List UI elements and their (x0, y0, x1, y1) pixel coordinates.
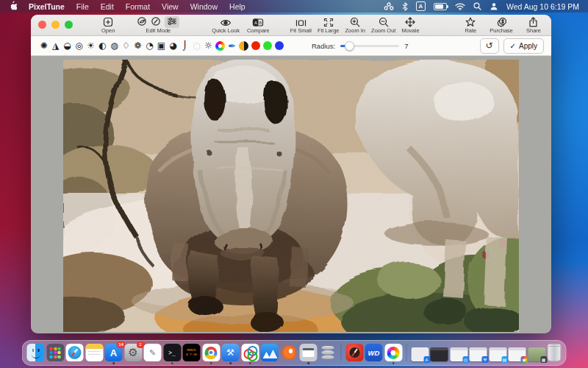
dock-app-store[interactable]: A14 (105, 344, 123, 361)
tone-icon[interactable]: ◒ (62, 40, 73, 52)
user-switcher-icon[interactable] (490, 2, 498, 10)
menu-view[interactable]: View (162, 2, 179, 11)
vignette-icon[interactable]: ◕ (168, 40, 179, 52)
wifi-icon[interactable] (455, 3, 465, 10)
hammer-icon: ⚒ (226, 347, 234, 358)
menu-edit[interactable]: Edit (101, 2, 114, 11)
dock-xcode[interactable]: ⚒ (222, 344, 240, 361)
brightness-icon[interactable]: ☀ (85, 40, 96, 52)
frame-icon[interactable]: ▣ (156, 40, 167, 52)
paint-bucket-icon[interactable]: ◮ (50, 40, 61, 52)
menu-help[interactable]: Help (229, 2, 245, 11)
blue-filter-icon[interactable] (273, 40, 284, 52)
dock-database-app[interactable] (319, 344, 337, 361)
minimize-button[interactable] (51, 21, 60, 29)
shadows-icon[interactable]: ◔ (144, 40, 155, 52)
pencil-icon: ✎ (149, 348, 156, 358)
dock-venn-app[interactable] (241, 344, 259, 361)
minimized-window-pages[interactable]: ▤ (489, 347, 506, 361)
apply-button[interactable]: ✓ Apply (503, 38, 544, 54)
quick-look-button[interactable]: Quick Look (212, 17, 240, 34)
fit-small-button[interactable]: Fit Small (290, 17, 312, 34)
adjust-mode-icon[interactable] (165, 16, 179, 28)
menu-app-name[interactable]: PixelTune (29, 2, 65, 11)
radius-slider[interactable] (340, 45, 399, 47)
duotone-icon[interactable] (238, 40, 249, 52)
auto-enhance-icon[interactable]: ✺ (38, 40, 49, 52)
dock-wd-app[interactable]: WD (365, 344, 383, 361)
compare-button[interactable]: AB Compare (247, 17, 270, 34)
minimized-window-chrome[interactable]: ◉ (509, 347, 526, 361)
menu-format[interactable]: Format (126, 2, 150, 11)
running-indicator (307, 362, 309, 364)
soft-light-icon[interactable]: ○ (191, 40, 202, 52)
zoom-out-button[interactable]: Zoom Out (371, 17, 395, 34)
dock-screenshot-app[interactable] (300, 344, 318, 361)
menu-clock[interactable]: Wed Aug 10 6:19 PM (506, 2, 579, 11)
share-button[interactable]: Share (526, 17, 541, 34)
dock-antivirus-app[interactable] (345, 344, 363, 361)
radius-slider-knob[interactable] (345, 41, 354, 51)
dock-divider (406, 344, 407, 361)
dock-safari[interactable] (66, 344, 84, 361)
dock-mountains-app[interactable] (261, 344, 279, 361)
purchase-button[interactable]: Purchase (490, 17, 513, 34)
maximize-button[interactable] (65, 21, 73, 29)
radius-label: Radius: (312, 42, 335, 50)
rate-button[interactable]: Rate (465, 17, 476, 34)
battery-icon[interactable] (434, 3, 447, 10)
dock-launchpad[interactable] (46, 344, 64, 361)
apple-menu-icon[interactable] (9, 1, 17, 12)
pixeltune-window: Open Edit Mode Quick Look (31, 15, 551, 333)
detail-icon[interactable]: ❁ (132, 40, 143, 52)
contrast-icon[interactable]: ◐ (97, 40, 108, 52)
dock-chrome[interactable] (202, 344, 220, 361)
dock-textedit[interactable]: ✎ (144, 344, 162, 361)
zoom-in-button[interactable]: Zoom In (345, 17, 366, 34)
photo-mode-icon[interactable] (137, 16, 147, 28)
sparkle-icon[interactable]: ☼ (203, 40, 214, 52)
channels-icon[interactable]: ◎ (74, 40, 85, 52)
close-button[interactable] (38, 21, 46, 29)
move-button[interactable]: Movale (401, 17, 419, 34)
saturation-icon[interactable]: ◍ (109, 40, 120, 52)
zoom-in-icon (350, 17, 360, 27)
chrome-mini-icon: ◉ (521, 356, 528, 363)
minimized-window-video[interactable]: ▦ (528, 347, 545, 361)
dock-trash[interactable] (548, 344, 562, 361)
dock-pixeltune[interactable] (384, 344, 402, 361)
minimized-window-appstore[interactable]: A (411, 347, 429, 361)
main-toolbar: Open Edit Mode Quick Look (31, 15, 551, 36)
running-indicator (112, 362, 115, 364)
gem-icon[interactable]: ♢ (121, 40, 132, 52)
input-source-icon[interactable]: A (416, 1, 426, 11)
dock-system-preferences[interactable]: ⚙2 (124, 344, 142, 361)
open-button[interactable]: Open (101, 17, 115, 34)
green-filter-icon[interactable] (262, 40, 273, 52)
spotlight-search-icon[interactable] (473, 2, 481, 10)
brush-icon[interactable]: ✒ (226, 40, 237, 52)
dock-notes[interactable] (85, 344, 103, 361)
menu-file[interactable]: File (76, 2, 89, 11)
dock-clock-app[interactable]: MARCHW 7:36 (183, 344, 201, 361)
temperature-icon[interactable]: ⌡ (179, 40, 190, 52)
dock: A14 ⚙2 ✎ >_ MARCHW 7:36 ⚒ WD A ◎ ⚒ ▤ ◉ ▦ (22, 340, 567, 366)
running-indicator (249, 362, 251, 364)
running-indicator (171, 362, 173, 364)
draw-mode-icon[interactable] (151, 16, 161, 28)
minimized-window-document[interactable]: ◎ (450, 347, 467, 361)
minimized-window-xcode[interactable]: ⚒ (470, 347, 487, 361)
reset-button[interactable]: ↺ (480, 38, 499, 54)
fit-large-button[interactable]: Fit Large (318, 17, 340, 34)
dock-finder[interactable] (27, 344, 45, 361)
dock-terminal[interactable]: >_ (163, 344, 181, 361)
rhino-image[interactable] (63, 60, 519, 332)
traffic-lights (38, 21, 73, 29)
minimized-window-terminal[interactable] (431, 347, 448, 361)
color-wheel-icon[interactable] (215, 40, 226, 52)
red-filter-icon[interactable] (250, 40, 261, 52)
cluster-icon[interactable] (384, 2, 394, 10)
dock-blender[interactable] (280, 344, 298, 361)
menu-window[interactable]: Window (190, 2, 218, 11)
bluetooth-icon[interactable] (402, 2, 408, 11)
